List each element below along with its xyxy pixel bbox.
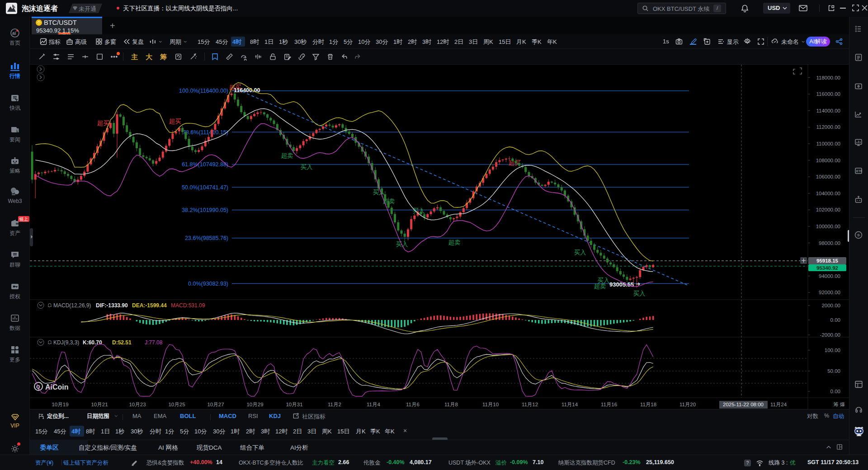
svg-text:110000.00: 110000.00	[816, 141, 840, 146]
svg-text:95340.92: 95340.92	[816, 265, 838, 271]
svg-text:10月19: 10月19	[52, 402, 68, 407]
svg-text:116000.00: 116000.00	[816, 91, 840, 97]
svg-text:98000.00: 98000.00	[819, 240, 840, 246]
svg-text:11月20: 11月20	[679, 402, 696, 407]
svg-text:11月6: 11月6	[406, 402, 420, 407]
svg-text:0.0%(93082.93): 0.0%(93082.93)	[188, 281, 228, 287]
svg-text:61.8%(107492.88): 61.8%(107492.88)	[182, 161, 228, 168]
svg-text:K:60.70: K:60.70	[83, 339, 102, 346]
svg-text:38.2%(101990.05): 38.2%(101990.05)	[182, 207, 228, 213]
svg-text:10月25: 10月25	[168, 402, 185, 407]
svg-text:106000.00: 106000.00	[816, 174, 840, 179]
svg-text:AiCoin: AiCoin	[45, 383, 69, 391]
svg-text:2000.00: 2000.00	[821, 303, 840, 308]
svg-text:100000.00: 100000.00	[816, 224, 840, 229]
svg-text:102000.00: 102000.00	[816, 207, 840, 212]
svg-text:0.00: 0.00	[830, 317, 840, 323]
svg-text:92000.00: 92000.00	[819, 290, 840, 295]
svg-text:超卖: 超卖	[281, 152, 293, 159]
svg-text:108000.00: 108000.00	[816, 158, 840, 163]
svg-text:买入: 买入	[633, 290, 646, 297]
svg-text:94000.00: 94000.00	[819, 273, 840, 279]
svg-text:112000.00: 112000.00	[816, 124, 840, 130]
svg-text:11月16: 11月16	[601, 402, 617, 407]
svg-text:-2000.00: -2000.00	[820, 332, 840, 338]
svg-text:100.00: 100.00	[825, 348, 840, 353]
svg-text:超买: 超买	[97, 120, 110, 127]
svg-text:11月2: 11月2	[328, 402, 341, 407]
svg-text:买入: 买入	[301, 164, 313, 170]
svg-text:超卖: 超卖	[594, 283, 606, 290]
svg-text:MACD(12,26,9): MACD(12,26,9)	[53, 302, 91, 309]
svg-text:100.0%(116400.00): 100.0%(116400.00)	[179, 88, 228, 94]
svg-text:11月24: 11月24	[770, 402, 787, 407]
svg-text:11月8: 11月8	[444, 402, 458, 407]
svg-text:买入: 买入	[373, 189, 386, 196]
svg-text:11月12: 11月12	[522, 402, 538, 407]
svg-text:J:77.08: J:77.08	[145, 339, 163, 346]
svg-text:ETF: ETF	[856, 169, 863, 173]
svg-text:0.00: 0.00	[830, 389, 840, 394]
svg-text:50.0%(104741.47): 50.0%(104741.47)	[182, 184, 228, 191]
svg-text:10月27: 10月27	[207, 402, 224, 407]
svg-text:MACD:531.09: MACD:531.09	[171, 302, 205, 309]
svg-text:10月21: 10月21	[91, 402, 108, 407]
svg-text:买入: 买入	[574, 249, 587, 256]
svg-text:11月10: 11月10	[482, 402, 499, 407]
svg-text:超买: 超买	[169, 118, 182, 125]
svg-text:DIF:-1333.90: DIF:-1333.90	[96, 302, 128, 309]
svg-text:D:52.51: D:52.51	[112, 339, 132, 346]
svg-text:78.6%(111410.15): 78.6%(111410.15)	[183, 129, 228, 136]
svg-text:DEA:-1599.44: DEA:-1599.44	[132, 302, 167, 309]
svg-text:114000.00: 114000.00	[816, 108, 840, 113]
svg-text:ai: ai	[12, 31, 16, 36]
svg-text:KDJ(9,3,3): KDJ(9,3,3)	[53, 339, 79, 346]
svg-text:10月23: 10月23	[129, 402, 146, 407]
svg-text:118000.00: 118000.00	[816, 75, 840, 80]
svg-text:104000.00: 104000.00	[816, 191, 840, 196]
svg-text:11月14: 11月14	[561, 402, 578, 407]
svg-text:筹 爆: 筹 爆	[833, 402, 845, 407]
svg-text:2025-11-22 08:00: 2025-11-22 08:00	[723, 402, 764, 407]
svg-text:10月29: 10月29	[246, 402, 263, 407]
svg-text:买入: 买入	[396, 241, 409, 248]
svg-text:11月4: 11月4	[367, 402, 380, 407]
svg-text:95918.15: 95918.15	[816, 258, 839, 263]
svg-text:10月31: 10月31	[286, 402, 302, 407]
svg-text:116400.00: 116400.00	[234, 87, 260, 94]
svg-text:11月18: 11月18	[640, 402, 656, 407]
svg-text:超卖: 超卖	[448, 239, 461, 246]
svg-text:23.6%(98585.76): 23.6%(98585.76)	[185, 235, 228, 241]
svg-text:50.00: 50.00	[827, 368, 840, 374]
